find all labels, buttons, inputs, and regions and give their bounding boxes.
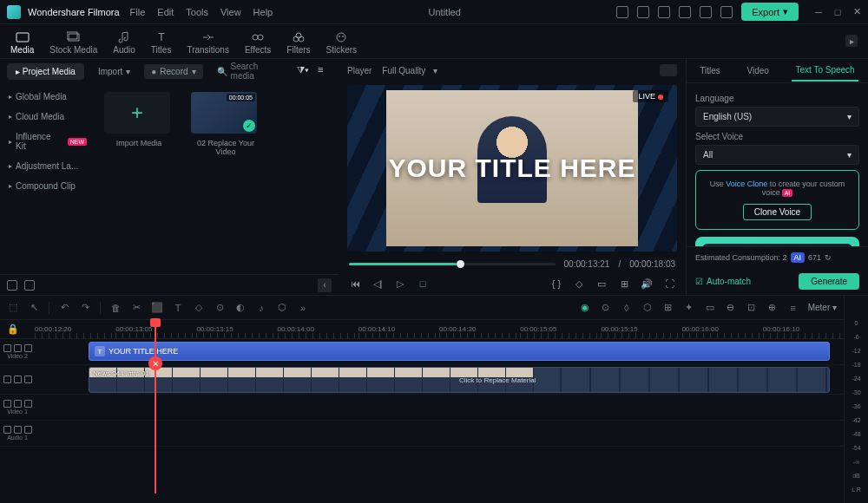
tl-mask-icon[interactable]: ⬡ xyxy=(276,302,288,314)
tl-zoom-in-icon[interactable]: ⊕ xyxy=(766,302,779,314)
menu-edit[interactable]: Edit xyxy=(157,7,174,17)
tab-stock-media[interactable]: Stock Media xyxy=(49,31,97,58)
time-sep: / xyxy=(618,259,621,269)
svg-point-5 xyxy=(258,35,263,40)
preview-viewport[interactable]: YOUR TITLE HERE LIVE xyxy=(347,85,677,252)
sidebar-adjustment-layer[interactable]: Adjustment La... xyxy=(0,156,95,176)
tl-cursor-icon[interactable]: ↖ xyxy=(28,302,40,314)
tl-undo-icon[interactable]: ↶ xyxy=(58,302,70,314)
tl-more-icon[interactable]: » xyxy=(297,302,309,314)
close-button[interactable]: ✕ xyxy=(852,8,861,16)
import-dropdown[interactable]: Import ▾ xyxy=(91,64,137,79)
settings-icon[interactable]: ⊞ xyxy=(618,278,630,290)
sidebar-compound-clip[interactable]: Compound Clip xyxy=(0,176,95,196)
sort-icon[interactable]: ≡ xyxy=(318,64,332,78)
menu-file[interactable]: File xyxy=(130,7,146,17)
tab-filters[interactable]: Filters xyxy=(286,31,310,58)
auto-match-checkbox[interactable]: ☑ Auto-match xyxy=(695,277,751,286)
playhead-marker-icon[interactable]: ✕ xyxy=(148,356,162,370)
filter-icon[interactable]: ⧩▾ xyxy=(297,64,311,78)
tab-titles[interactable]: TTitles xyxy=(151,31,172,58)
menu-view[interactable]: View xyxy=(220,7,241,17)
lock-track-icon[interactable]: 🔒 xyxy=(7,323,19,335)
collapse-icon[interactable]: ‹ xyxy=(318,278,332,292)
menu-help[interactable]: Help xyxy=(253,7,273,17)
tl-track2-icon[interactable]: ◊ xyxy=(621,302,633,314)
stop-icon[interactable]: □ xyxy=(417,278,429,290)
clone-voice-button[interactable]: Clone Voice xyxy=(743,204,812,220)
tl-cut-icon[interactable]: ✂ xyxy=(130,302,142,314)
tab-stickers[interactable]: Stickers xyxy=(326,31,358,58)
tl-zoom-fit-icon[interactable]: ⊡ xyxy=(746,302,758,314)
record-dropdown[interactable]: ● Record ▾ xyxy=(144,64,202,79)
tl-keyframe-icon[interactable]: ◇ xyxy=(193,302,205,314)
display-icon[interactable]: ▭ xyxy=(595,278,608,290)
tl-redo-icon[interactable]: ↷ xyxy=(79,302,91,314)
tab-effects[interactable]: Effects xyxy=(245,31,271,58)
folder-new-icon[interactable] xyxy=(7,280,17,291)
search-input[interactable]: 🔍 Search media xyxy=(210,59,290,83)
refresh-icon[interactable] xyxy=(679,6,691,18)
tl-render-icon[interactable]: ▭ xyxy=(704,302,716,314)
tl-audio-icon[interactable]: ♪ xyxy=(255,302,267,314)
volume-icon[interactable]: 🔊 xyxy=(641,278,653,290)
snapshot-icon[interactable] xyxy=(660,64,677,76)
tab-audio[interactable]: Audio xyxy=(113,31,135,58)
maximize-button[interactable]: □ xyxy=(833,8,842,16)
layout-icon[interactable] xyxy=(616,6,628,18)
tl-zoom-out-icon[interactable]: ⊖ xyxy=(725,302,737,314)
sidebar-influence-kit[interactable]: Influence KitNEW xyxy=(0,127,95,156)
cloud-icon[interactable] xyxy=(658,6,670,18)
media-thumbnail[interactable]: 00:00:05 ✓ 02 Replace Your Video xyxy=(191,92,260,156)
credits-icon[interactable] xyxy=(700,6,712,18)
voice-select[interactable]: All▾ xyxy=(695,145,859,165)
tl-color-icon[interactable]: ◐ xyxy=(234,302,247,314)
fullscreen-icon[interactable]: ⛶ xyxy=(663,278,675,290)
app-logo xyxy=(7,5,21,19)
video-clip[interactable]: News 044 Intro 01 Click to Replace Mater… xyxy=(89,367,830,393)
account-icon[interactable] xyxy=(720,6,733,18)
prev-frame-icon[interactable]: ⏮ xyxy=(349,278,361,290)
language-select[interactable]: English (US)▾ xyxy=(695,107,859,127)
tl-track3-icon[interactable]: ⬡ xyxy=(641,302,654,314)
sidebar-cloud-media[interactable]: Cloud Media xyxy=(0,107,95,127)
play-icon[interactable]: ▷ xyxy=(394,278,406,290)
tl-track1-icon[interactable]: ⊙ xyxy=(600,302,612,314)
generate-button[interactable]: Generate xyxy=(799,273,859,290)
media-icon xyxy=(16,31,30,43)
scrub-slider[interactable] xyxy=(349,263,556,265)
project-media-header[interactable]: ▸ Project Media xyxy=(7,63,84,80)
tab-media[interactable]: Media xyxy=(10,31,34,58)
tabs-more-icon[interactable]: ▸ xyxy=(845,35,858,47)
menu-tools[interactable]: Tools xyxy=(186,7,208,17)
rp-tab-tts[interactable]: Text To Speech xyxy=(792,60,858,82)
save-icon[interactable] xyxy=(637,6,649,18)
player-tab[interactable]: Player xyxy=(347,66,372,75)
voice-clone-link[interactable]: Voice Clone xyxy=(726,180,767,188)
meter-label[interactable]: Meter ▾ xyxy=(808,303,837,312)
tl-speed-icon[interactable]: ⊙ xyxy=(214,302,226,314)
sidebar-global-media[interactable]: Global Media xyxy=(0,87,95,107)
list-view-icon[interactable] xyxy=(24,280,35,291)
quality-dropdown[interactable]: Full Quality ▾ xyxy=(382,66,437,75)
tl-select-icon[interactable]: ⬚ xyxy=(7,302,19,314)
tl-text-icon[interactable]: T xyxy=(172,302,184,314)
export-button[interactable]: Export▾ xyxy=(741,3,799,21)
rp-tab-titles[interactable]: Titles xyxy=(696,61,724,81)
tl-track4-icon[interactable]: ⊞ xyxy=(662,302,674,314)
tl-effects2-icon[interactable]: ✦ xyxy=(683,302,695,314)
minimize-button[interactable]: ─ xyxy=(814,8,823,16)
tl-crop-icon[interactable]: ⬛ xyxy=(151,302,163,314)
tl-delete-icon[interactable]: 🗑 xyxy=(109,302,122,314)
ai-promo-card: AI Voice Cloning is here now ! Get a rea… xyxy=(695,237,859,246)
import-media-card[interactable]: + Import Media xyxy=(104,92,174,147)
playhead[interactable]: ✕ xyxy=(155,320,156,493)
marker-icon[interactable]: ◇ xyxy=(573,278,585,290)
tl-marker-icon[interactable]: ◉ xyxy=(579,302,591,314)
bracket-in-icon[interactable]: { } xyxy=(550,278,562,290)
tl-mixer-icon[interactable]: ≡ xyxy=(787,302,799,314)
step-back-icon[interactable]: ◁| xyxy=(372,278,384,290)
rp-tab-video[interactable]: Video xyxy=(743,61,772,81)
title-clip[interactable]: YOUR TITLE HERE xyxy=(89,342,830,361)
tab-transitions[interactable]: Transitions xyxy=(187,31,229,58)
